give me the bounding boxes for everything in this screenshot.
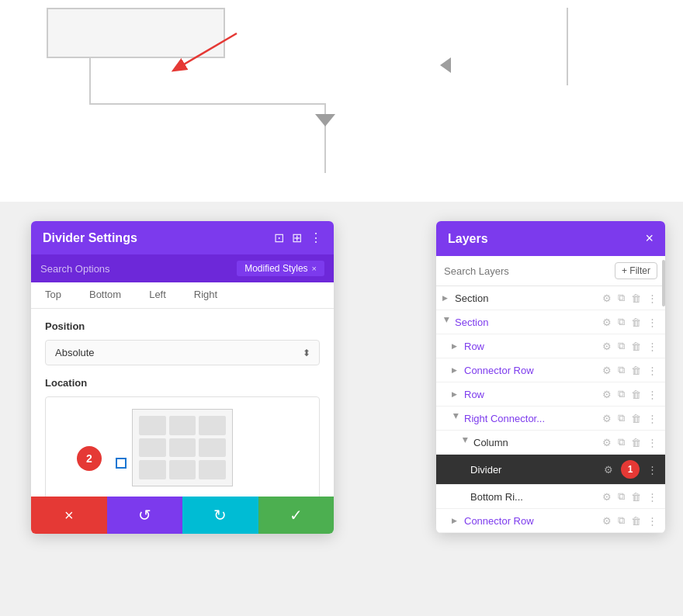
layer-name: Section bbox=[455, 317, 601, 328]
layer-row-row2[interactable]: ▶ Row ⚙ ⧉ 🗑 ⋮ bbox=[436, 382, 665, 407]
gear-icon[interactable]: ⚙ bbox=[601, 341, 613, 352]
header-icons-group: ⊡ ⊞ ⋮ bbox=[274, 230, 322, 245]
trash-icon[interactable]: 🗑 bbox=[629, 389, 643, 400]
layer-row-column[interactable]: ▶ Column ⚙ ⧉ 🗑 ⋮ bbox=[436, 431, 665, 455]
layer-name: Connector Row bbox=[464, 515, 601, 527]
layers-panel: Layers × + Filter ▶ Section ⚙ ⧉ 🗑 ⋮ ▶ Se… bbox=[436, 221, 665, 533]
location-cursor[interactable] bbox=[116, 458, 127, 469]
close-button[interactable]: × bbox=[31, 497, 107, 534]
layer-name: Row bbox=[464, 389, 601, 400]
layout-icon[interactable]: ⊞ bbox=[292, 230, 302, 245]
confirm-button[interactable]: ✓ bbox=[258, 497, 335, 534]
undo-button[interactable]: ↺ bbox=[107, 497, 183, 534]
layer-row-connector-row2[interactable]: ▶ Connector Row ⚙ ⧉ 🗑 ⋮ bbox=[436, 509, 665, 533]
grid-cell-8 bbox=[169, 460, 196, 479]
tab-right[interactable]: Right bbox=[180, 282, 231, 308]
chevron-open-icon: ▶ bbox=[443, 317, 451, 327]
expand-icon[interactable]: ⊡ bbox=[274, 230, 284, 245]
scrollbar[interactable] bbox=[662, 260, 665, 306]
copy-icon[interactable]: ⧉ bbox=[616, 316, 626, 328]
layers-search-input[interactable] bbox=[444, 265, 608, 277]
trash-icon[interactable]: 🗑 bbox=[629, 317, 643, 328]
gear-icon[interactable]: ⚙ bbox=[601, 292, 613, 304]
layer-row-divider[interactable]: Divider ⚙ 1 ⋮ bbox=[436, 455, 665, 485]
trash-icon[interactable]: 🗑 bbox=[629, 491, 643, 503]
gear-icon[interactable]: ⚙ bbox=[601, 515, 613, 527]
tab-top[interactable]: Top bbox=[31, 282, 75, 308]
position-label: Position bbox=[45, 320, 320, 332]
layer-row-connector-row1[interactable]: ▶ Connector Row ⚙ ⧉ 🗑 ⋮ bbox=[436, 358, 665, 382]
modified-styles-badge[interactable]: Modified Styles × bbox=[237, 261, 324, 276]
more-icon[interactable]: ⋮ bbox=[646, 515, 659, 527]
grid-cell-6 bbox=[199, 438, 226, 458]
modified-styles-close[interactable]: × bbox=[312, 264, 317, 273]
grid-cell-3 bbox=[199, 416, 226, 435]
gear-icon[interactable]: ⚙ bbox=[601, 389, 613, 400]
copy-icon[interactable]: ⧉ bbox=[616, 364, 626, 376]
grid-cell-5 bbox=[169, 438, 196, 458]
copy-icon[interactable]: ⧉ bbox=[616, 514, 626, 527]
layers-close-button[interactable]: × bbox=[645, 230, 654, 247]
more-icon[interactable]: ⋮ bbox=[646, 317, 659, 328]
more-icon[interactable]: ⋮ bbox=[646, 464, 659, 476]
gear-icon[interactable]: ⚙ bbox=[601, 413, 613, 424]
gear-icon[interactable]: ⚙ bbox=[602, 464, 615, 476]
gear-icon[interactable]: ⚙ bbox=[601, 317, 613, 328]
action-bar: × ↺ ↻ ✓ bbox=[31, 497, 334, 534]
copy-icon[interactable]: ⧉ bbox=[616, 436, 626, 448]
trash-icon[interactable]: 🗑 bbox=[629, 437, 643, 448]
trash-icon[interactable]: 🗑 bbox=[629, 365, 643, 376]
copy-icon[interactable]: ⧉ bbox=[616, 292, 626, 304]
tab-left[interactable]: Left bbox=[135, 282, 180, 308]
layer-icons: ⚙ ⧉ 🗑 ⋮ bbox=[601, 412, 659, 424]
trash-icon[interactable]: 🗑 bbox=[629, 413, 643, 424]
copy-icon[interactable]: ⧉ bbox=[616, 388, 626, 400]
modified-styles-label: Modified Styles bbox=[244, 263, 307, 274]
location-label: Location bbox=[45, 377, 320, 389]
diagram-line-v1 bbox=[89, 58, 91, 105]
copy-icon[interactable]: ⧉ bbox=[616, 490, 626, 503]
copy-icon[interactable]: ⧉ bbox=[616, 340, 626, 352]
trash-icon[interactable]: 🗑 bbox=[629, 292, 643, 304]
layer-icons: ⚙ ⧉ 🗑 ⋮ bbox=[601, 340, 659, 352]
more-icon[interactable]: ⋮ bbox=[646, 389, 659, 400]
gear-icon[interactable]: ⚙ bbox=[601, 491, 613, 503]
layer-icons: ⚙ ⧉ 🗑 ⋮ bbox=[601, 364, 659, 376]
more-icon[interactable]: ⋮ bbox=[310, 230, 322, 245]
chevron-icon: ▶ bbox=[452, 517, 461, 524]
layer-row-row1[interactable]: ▶ Row ⚙ ⧉ 🗑 ⋮ bbox=[436, 334, 665, 358]
layer-row-bottom-ri[interactable]: Bottom Ri... ⚙ ⧉ 🗑 ⋮ bbox=[436, 485, 665, 509]
filter-button[interactable]: + Filter bbox=[615, 262, 657, 279]
layers-search-row: + Filter bbox=[436, 256, 665, 286]
gear-icon[interactable]: ⚙ bbox=[601, 437, 613, 448]
chevron-icon: ▶ bbox=[442, 294, 452, 302]
layer-row-section2[interactable]: ▶ Section ⚙ ⧉ 🗑 ⋮ bbox=[436, 310, 665, 334]
copy-icon[interactable]: ⧉ bbox=[616, 412, 626, 424]
more-icon[interactable]: ⋮ bbox=[646, 341, 659, 352]
right-vertical-line bbox=[567, 8, 568, 85]
more-icon[interactable]: ⋮ bbox=[646, 413, 659, 424]
more-icon[interactable]: ⋮ bbox=[646, 292, 659, 304]
layer-row-right-connector[interactable]: ▶ Right Connector... ⚙ ⧉ 🗑 ⋮ bbox=[436, 407, 665, 431]
layer-row-section1[interactable]: ▶ Section ⚙ ⧉ 🗑 ⋮ bbox=[436, 286, 665, 310]
more-icon[interactable]: ⋮ bbox=[646, 365, 659, 376]
more-icon[interactable]: ⋮ bbox=[646, 437, 659, 448]
layer-name: Column bbox=[473, 437, 601, 448]
layer-name: Bottom Ri... bbox=[470, 491, 601, 503]
layer-name: Connector Row bbox=[464, 365, 601, 376]
position-select[interactable]: Absolute Relative Fixed Static bbox=[45, 340, 320, 365]
svg-line-1 bbox=[175, 33, 237, 70]
search-bar: Search Options Modified Styles × bbox=[31, 254, 334, 282]
layers-header: Layers × bbox=[436, 221, 665, 256]
chevron-icon: ▶ bbox=[452, 390, 461, 398]
gear-icon[interactable]: ⚙ bbox=[601, 365, 613, 376]
more-icon[interactable]: ⋮ bbox=[646, 491, 659, 503]
trash-icon[interactable]: 🗑 bbox=[629, 515, 643, 527]
layer-icons: ⚙ ⧉ 🗑 ⋮ bbox=[601, 292, 659, 304]
redo-button[interactable]: ↻ bbox=[182, 497, 258, 534]
tab-bottom[interactable]: Bottom bbox=[75, 282, 135, 308]
down-triangle-icon bbox=[315, 114, 335, 126]
right-triangle-icon bbox=[440, 57, 451, 73]
trash-icon[interactable]: 🗑 bbox=[629, 341, 643, 352]
grid-cell-7 bbox=[139, 460, 166, 479]
